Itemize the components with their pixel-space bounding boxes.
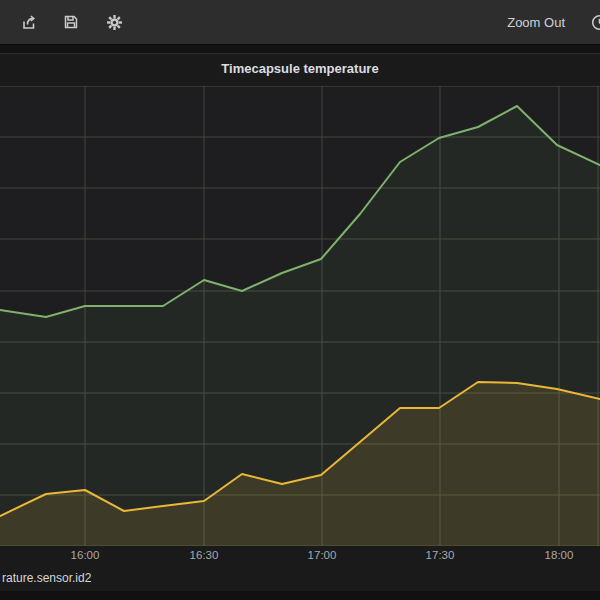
legend-item-sensor-id2[interactable]: rature.sensor.id2 <box>2 571 91 585</box>
x-axis-tick-label: 17:00 <box>298 549 346 561</box>
panel-title[interactable]: Timecapsule temperature <box>0 54 600 85</box>
x-axis: 16:0016:3017:0017:3018:00 <box>0 546 600 568</box>
x-axis-tick-label: 16:00 <box>61 549 109 561</box>
toolbar-right-group: Zoom Out <box>507 14 600 31</box>
graph-panel: Timecapsule temperature 16:0016:3017:001… <box>0 53 600 591</box>
grafana-dashboard: { "toolbar": { "zoom_out_label": "Zoom O… <box>0 0 600 600</box>
share-button[interactable] <box>19 13 37 31</box>
time-picker-button[interactable] <box>591 14 600 31</box>
x-axis-tick-label: 18:00 <box>535 549 583 561</box>
panel-bottom-gutter <box>0 591 600 600</box>
clock-icon <box>591 17 600 34</box>
legend: rature.sensor.id2 <box>2 568 91 588</box>
chart-plot-area[interactable] <box>0 86 600 546</box>
settings-button[interactable] <box>105 13 123 31</box>
toolbar: Zoom Out <box>0 0 600 45</box>
share-icon <box>20 14 37 31</box>
x-axis-tick-label: 17:30 <box>416 549 464 561</box>
gear-icon <box>106 14 123 31</box>
save-icon <box>63 14 79 30</box>
toolbar-left-group <box>0 13 123 31</box>
save-button[interactable] <box>62 13 80 31</box>
zoom-out-button[interactable]: Zoom Out <box>507 15 565 30</box>
x-axis-tick-label: 16:30 <box>180 549 228 561</box>
